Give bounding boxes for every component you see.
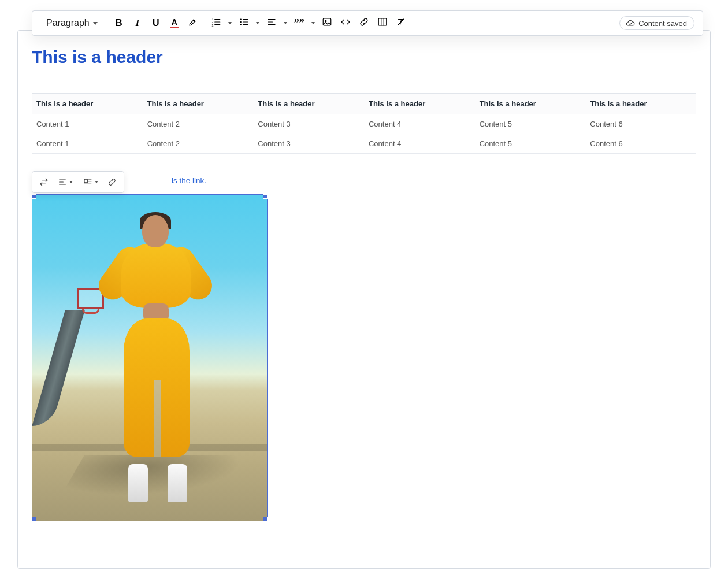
table-cell[interactable]: Content 2 [143, 134, 254, 154]
ordered-list-button[interactable]: 123 [207, 14, 225, 32]
quote-icon: ”” [294, 18, 304, 28]
image-link-button[interactable] [104, 174, 120, 190]
chevron-down-icon [311, 22, 315, 24]
table-button[interactable] [374, 14, 391, 32]
table-header-row[interactable]: This is a header This is a header This i… [32, 94, 696, 114]
table-cell[interactable]: Content 5 [475, 114, 586, 134]
svg-point-6 [240, 18, 241, 20]
svg-text:3: 3 [211, 24, 213, 27]
image-button[interactable] [318, 14, 336, 32]
table-header[interactable]: This is a header [475, 94, 586, 114]
chevron-down-icon [93, 22, 98, 25]
table-cell[interactable]: Content 5 [475, 134, 586, 154]
clear-format-icon [396, 17, 406, 29]
editor-surface[interactable]: This is a header This is a header This i… [17, 30, 711, 569]
resize-handle-bl[interactable] [32, 517, 36, 521]
table-cell[interactable]: Content 6 [585, 134, 696, 154]
italic-button[interactable]: I [129, 14, 146, 32]
highlight-button[interactable] [184, 14, 202, 32]
table-cell[interactable]: Content 1 [32, 114, 143, 134]
content-saved-indicator: Content saved [619, 16, 694, 30]
italic-icon: I [135, 17, 139, 29]
block-style-dropdown[interactable]: Paragraph [40, 14, 102, 32]
ordered-list-icon: 123 [211, 17, 221, 29]
highlight-icon [188, 17, 198, 29]
block-style-label: Paragraph [46, 18, 90, 28]
code-button[interactable] [337, 14, 354, 32]
image-replace-button[interactable] [36, 174, 52, 190]
table-cell[interactable]: Content 2 [143, 114, 254, 134]
swap-icon [39, 177, 49, 187]
table-icon [377, 17, 388, 29]
table-header[interactable]: This is a header [364, 94, 475, 114]
unordered-list-dropdown[interactable] [252, 14, 262, 32]
table-row[interactable]: Content 1 Content 2 Content 3 Content 4 … [32, 134, 696, 154]
svg-rect-17 [378, 18, 387, 25]
content-table[interactable]: This is a header This is a header This i… [32, 93, 696, 154]
svg-point-8 [240, 24, 241, 25]
clear-format-button[interactable] [392, 14, 410, 32]
link-icon [107, 177, 117, 187]
svg-point-16 [325, 20, 326, 21]
image-context-toolbar [32, 171, 124, 193]
chevron-down-icon [95, 181, 98, 183]
table-header[interactable]: This is a header [32, 94, 143, 114]
svg-rect-27 [84, 179, 87, 182]
link-paragraph[interactable]: is the link. [32, 176, 696, 188]
table-cell[interactable]: Content 3 [253, 114, 364, 134]
svg-point-7 [240, 21, 241, 23]
table-header[interactable]: This is a header [253, 94, 364, 114]
link-icon [359, 17, 369, 29]
chevron-down-icon [284, 22, 287, 24]
blockquote-button[interactable]: ”” [291, 14, 308, 32]
align-button[interactable] [263, 14, 280, 32]
blockquote-dropdown[interactable] [308, 14, 317, 32]
text-color-icon: A [170, 18, 179, 28]
link-text[interactable]: is the link. [172, 176, 206, 185]
code-icon [340, 17, 351, 29]
bold-button[interactable]: B [110, 14, 128, 32]
doc-header[interactable]: This is a header [32, 47, 696, 67]
resize-handle-tl[interactable] [32, 194, 36, 199]
table-cell[interactable]: Content 4 [364, 114, 475, 134]
resize-handle-tr[interactable] [263, 194, 268, 199]
image-wrap-dropdown[interactable] [79, 174, 103, 190]
align-left-icon [58, 177, 67, 187]
image-content [32, 195, 267, 521]
table-cell[interactable]: Content 6 [585, 114, 696, 134]
table-cell[interactable]: Content 4 [364, 134, 475, 154]
selected-image[interactable] [32, 194, 268, 521]
wrap-icon [83, 177, 92, 187]
underline-button[interactable]: U [147, 14, 165, 32]
link-button[interactable] [355, 14, 373, 32]
unordered-list-button[interactable] [235, 14, 252, 32]
content-saved-label: Content saved [638, 19, 687, 28]
align-dropdown[interactable] [280, 14, 289, 32]
table-cell[interactable]: Content 1 [32, 134, 143, 154]
chevron-down-icon [228, 22, 232, 24]
chevron-down-icon [256, 22, 259, 24]
bold-icon: B [116, 17, 122, 29]
ordered-list-dropdown[interactable] [225, 14, 234, 32]
underline-icon: U [153, 18, 159, 28]
align-left-icon [266, 17, 277, 29]
unordered-list-icon [239, 17, 249, 29]
table-row[interactable]: Content 1 Content 2 Content 3 Content 4 … [32, 114, 696, 134]
image-align-dropdown[interactable] [53, 174, 77, 190]
table-cell[interactable]: Content 3 [253, 134, 364, 154]
svg-rect-15 [323, 18, 331, 25]
editor-toolbar: Paragraph B I U A 123 [32, 10, 703, 36]
table-header[interactable]: This is a header [143, 94, 254, 114]
text-color-button[interactable]: A [166, 14, 183, 32]
cloud-saved-icon [626, 18, 635, 28]
table-header[interactable]: This is a header [585, 94, 696, 114]
chevron-down-icon [69, 181, 73, 183]
image-icon [322, 17, 332, 29]
resize-handle-br[interactable] [263, 517, 268, 521]
